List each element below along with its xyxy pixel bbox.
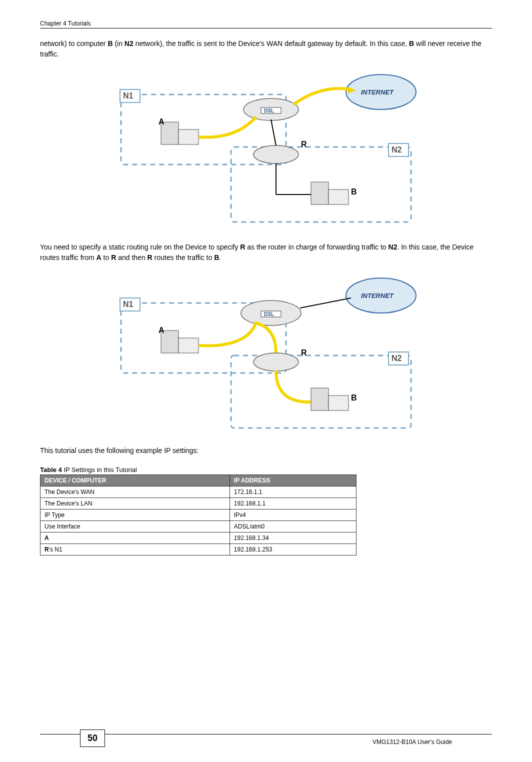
- table-row: The Device's LAN192.168.1.1: [40, 498, 356, 510]
- svg-rect-13: [328, 190, 348, 204]
- table-row: A192.168.1.34: [40, 532, 356, 544]
- ip-settings-table: DEVICE / COMPUTER IP ADDRESS The Device'…: [40, 474, 356, 556]
- th-ip: IP ADDRESS: [230, 475, 356, 486]
- network-diagram-2: N1 N2 INTERNET DSL A R B: [106, 273, 426, 433]
- paragraph-1: network) to computer B (in N2 network), …: [40, 38, 492, 60]
- svg-line-23: [300, 298, 351, 308]
- cell-device: The Device's LAN: [40, 498, 230, 510]
- cell-device: IP Type: [40, 510, 230, 521]
- guide-title: VMG1312-B10A User's Guide: [372, 738, 452, 746]
- label-b: B: [351, 188, 357, 196]
- label-a: A: [158, 118, 164, 126]
- label-internet: INTERNET: [361, 88, 394, 96]
- label-dsl: DSL: [264, 108, 274, 114]
- th-device: DEVICE / COMPUTER: [40, 475, 230, 486]
- paragraph-3: This tutorial uses the following example…: [40, 446, 492, 456]
- svg-point-10: [254, 146, 298, 164]
- header-chapter: Chapter 4 Tutorials: [40, 20, 90, 27]
- svg-rect-28: [328, 396, 348, 410]
- cell-device: R's N1: [40, 544, 230, 556]
- svg-line-11: [271, 120, 276, 146]
- page-number: 50: [80, 730, 105, 747]
- table-row: The Device's WAN172.16.1.1: [40, 486, 356, 498]
- label-dsl-2: DSL: [264, 312, 274, 317]
- label-n2-2: N2: [392, 354, 402, 362]
- svg-rect-27: [311, 388, 328, 410]
- cell-ip: 192.168.1.253: [230, 544, 356, 556]
- svg-point-26: [254, 353, 298, 371]
- svg-rect-9: [178, 130, 198, 144]
- svg-rect-12: [311, 182, 328, 204]
- label-a-2: A: [158, 326, 164, 334]
- label-internet-2: INTERNET: [361, 292, 394, 300]
- table-header-row: DEVICE / COMPUTER IP ADDRESS: [40, 475, 356, 486]
- cell-device: The Device's WAN: [40, 486, 230, 498]
- svg-rect-25: [178, 338, 198, 353]
- network-diagram-1: N1 N2 INTERNET DSL A R B: [106, 70, 426, 230]
- cell-device: Use Interface: [40, 521, 230, 532]
- cell-ip: IPv4: [230, 510, 356, 521]
- label-r-2: R: [301, 348, 307, 357]
- cell-ip: 172.16.1.1: [230, 486, 356, 498]
- cell-ip: 192.168.1.34: [230, 532, 356, 544]
- cell-ip: 192.168.1.1: [230, 498, 356, 510]
- paragraph-2: You need to specify a static routing rul…: [40, 242, 492, 263]
- label-n1-2: N1: [123, 300, 134, 308]
- page-footer: 50 VMG1312-B10A User's Guide: [40, 734, 492, 747]
- table-row: R's N1192.168.1.253: [40, 544, 356, 556]
- page-header: Chapter 4 Tutorials: [40, 20, 492, 28]
- label-n2: N2: [392, 146, 402, 154]
- cell-device: A: [40, 532, 230, 544]
- label-b-2: B: [351, 394, 357, 402]
- table-row: IP TypeIPv4: [40, 510, 356, 521]
- table-caption: Table 4 IP Settings in this Tutorial: [40, 466, 492, 474]
- cell-ip: ADSL/atm0: [230, 521, 356, 532]
- label-r: R: [301, 140, 307, 148]
- table-row: Use InterfaceADSL/atm0: [40, 521, 356, 532]
- label-n1: N1: [123, 92, 134, 100]
